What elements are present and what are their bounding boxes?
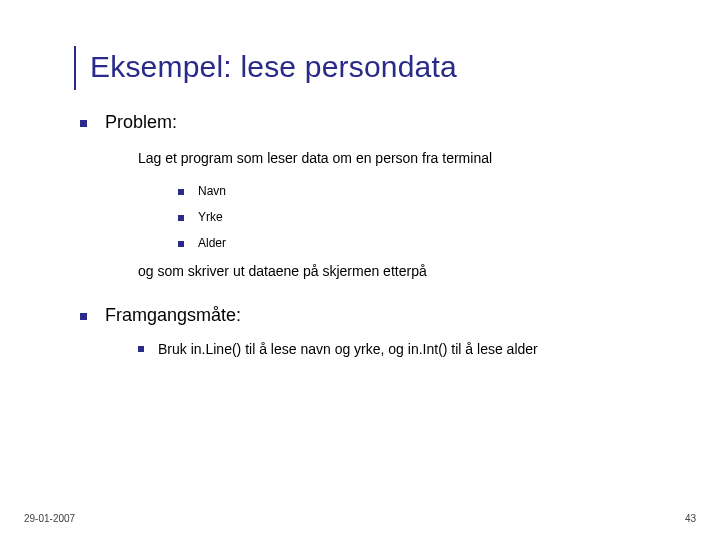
list-item: Yrke: [178, 210, 680, 224]
problem-intro: Lag et program som leser data om en pers…: [138, 149, 680, 168]
bullet-icon: [178, 189, 184, 195]
item-label: Navn: [198, 184, 226, 198]
slide-content: Problem: Lag et program som leser data o…: [80, 112, 680, 359]
bullet-icon: [178, 215, 184, 221]
slide-title: Eksempel: lese persondata: [90, 50, 680, 84]
title-wrap: Eksempel: lese persondata: [90, 50, 680, 84]
slide-footer: 29-01-2007 43: [24, 513, 696, 524]
item-label: Alder: [198, 236, 226, 250]
list-item: Alder: [178, 236, 680, 250]
bullet-icon: [80, 120, 87, 127]
bullet-icon: [178, 241, 184, 247]
title-accent-line: [74, 46, 76, 90]
section-heading: Framgangsmåte:: [105, 305, 241, 326]
bullet-icon: [80, 313, 87, 320]
list-item: Navn: [178, 184, 680, 198]
footer-date: 29-01-2007: [24, 513, 75, 524]
list-item: Bruk in.Line() til å lese navn og yrke, …: [138, 340, 680, 359]
problem-outro: og som skriver ut dataene på skjermen et…: [138, 262, 680, 281]
item-label: Yrke: [198, 210, 223, 224]
footer-page: 43: [685, 513, 696, 524]
bullet-icon: [138, 346, 144, 352]
slide: Eksempel: lese persondata Problem: Lag e…: [0, 0, 720, 540]
section-approach: Framgangsmåte:: [80, 305, 680, 326]
item-label: Bruk in.Line() til å lese navn og yrke, …: [158, 340, 538, 359]
section-heading: Problem:: [105, 112, 177, 133]
section-problem: Problem:: [80, 112, 680, 133]
